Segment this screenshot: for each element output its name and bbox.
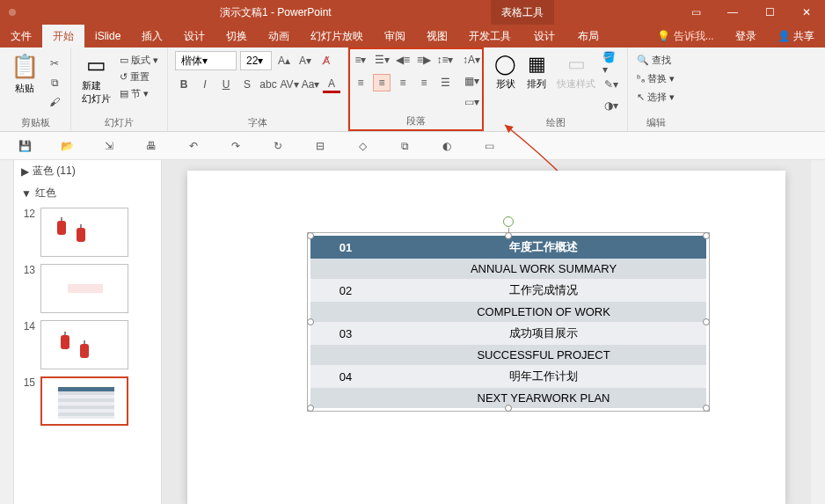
tab-islide[interactable]: iSlide — [84, 25, 131, 47]
group-label: 剪贴板 — [7, 114, 63, 129]
layout-button[interactable]: ▭ 版式 ▾ — [118, 53, 160, 68]
shape-fill-icon[interactable]: 🪣▾ — [602, 55, 620, 72]
resize-handle[interactable] — [703, 405, 710, 412]
tab-review[interactable]: 审阅 — [374, 25, 416, 47]
underline-icon[interactable]: U — [217, 76, 235, 93]
tab-table-layout[interactable]: 布局 — [567, 25, 610, 47]
smartart-icon[interactable]: ▭▾ — [463, 93, 480, 111]
shapes-button[interactable]: ◯形状 — [491, 51, 520, 92]
maximize-icon[interactable]: ☐ — [751, 0, 788, 25]
redo-icon[interactable]: ↷ — [227, 137, 245, 155]
login-button[interactable]: 登录 — [725, 25, 767, 47]
another-icon[interactable]: ⇲ — [100, 137, 118, 155]
bullets-icon[interactable]: ≡▾ — [352, 51, 369, 69]
clear-format-icon[interactable]: A̸ — [318, 52, 335, 69]
tab-design[interactable]: 设计 — [173, 25, 215, 47]
grow-font-icon[interactable]: A▴ — [275, 52, 293, 69]
tab-slideshow[interactable]: 幻灯片放映 — [300, 25, 374, 47]
resize-handle[interactable] — [307, 232, 314, 239]
new-slide-button[interactable]: ▭ 新建 幻灯片 — [78, 51, 114, 107]
paste-icon: 📋 — [11, 53, 39, 80]
align-right-icon[interactable]: ≡ — [394, 74, 412, 91]
cut-icon[interactable]: ✂ — [46, 55, 63, 72]
tab-home[interactable]: 开始 — [42, 25, 84, 47]
group-icon[interactable]: ⧉ — [396, 137, 413, 155]
share-button[interactable]: 👤 共享 — [767, 25, 825, 47]
align-center-icon[interactable]: ≡ — [373, 74, 391, 91]
thumb-13[interactable]: 13 — [14, 260, 161, 317]
ribbon-options-icon[interactable]: ▭ — [677, 0, 714, 25]
tab-transitions[interactable]: 切换 — [215, 25, 258, 47]
thumb-14[interactable]: 14 — [14, 317, 161, 373]
align-text-icon[interactable]: ▦▾ — [463, 72, 480, 90]
quick-access-toolbar: 💾 📂 ⇲ 🖶 ↶ ↷ ↻ ⊟ ◇ ⧉ ◐ ▭ — [0, 132, 825, 160]
thumb-15[interactable]: 15 — [14, 373, 161, 429]
resize-handle[interactable] — [307, 405, 314, 412]
font-name-select[interactable]: 楷体 ▾ — [175, 51, 237, 70]
case-icon[interactable]: Aa▾ — [302, 76, 319, 93]
shape-outline-icon[interactable]: ✎▾ — [602, 76, 620, 93]
line-spacing-icon[interactable]: ↕≡▾ — [436, 51, 454, 69]
tab-animations[interactable]: 动画 — [258, 25, 300, 47]
section-blue[interactable]: ▶ 蓝色 (11) — [14, 160, 161, 182]
resize-handle[interactable] — [703, 232, 710, 239]
quick-align-icon[interactable]: ◐ — [438, 137, 456, 155]
select-button[interactable]: ↖ 选择 ▾ — [635, 90, 676, 105]
tab-file[interactable]: 文件 — [0, 25, 42, 47]
justify-icon[interactable]: ≡ — [415, 74, 433, 91]
arrange-button[interactable]: ▦排列 — [523, 51, 550, 92]
format-painter-icon[interactable]: 🖌 — [46, 93, 63, 111]
thumb-12[interactable]: 12 — [14, 204, 161, 260]
indent-decrease-icon[interactable]: ◀≡ — [394, 51, 412, 69]
tab-view[interactable]: 视图 — [416, 25, 458, 47]
sync-icon[interactable]: ↻ — [269, 137, 287, 155]
more-icon[interactable]: ▭ — [480, 137, 498, 155]
rotate-handle[interactable] — [503, 216, 514, 227]
slide-thumbnails: ▶ 蓝色 (11) ▼ 红色 12 13 14 15 — [14, 160, 162, 504]
tab-table-design[interactable]: 设计 — [522, 25, 567, 47]
minimize-icon[interactable]: ― — [714, 0, 751, 25]
distribute-icon[interactable]: ☰ — [436, 74, 454, 91]
font-size-select[interactable]: 22 ▾ — [240, 51, 272, 70]
section-button[interactable]: ▤ 节 ▾ — [118, 86, 160, 101]
indent-increase-icon[interactable]: ≡▶ — [415, 51, 433, 69]
strike-icon[interactable]: S — [238, 76, 256, 93]
paste-button[interactable]: 📋 粘贴 — [7, 51, 42, 97]
spacing-icon[interactable]: AV▾ — [281, 76, 298, 93]
section-red[interactable]: ▼ 红色 — [14, 182, 161, 204]
scroll-gutter[interactable] — [0, 160, 14, 504]
table-object[interactable]: 01年度工作概述 ANNUAL WORK SUMMARY 02工作完成情况 CO… — [310, 236, 706, 408]
resize-handle[interactable] — [307, 318, 314, 325]
shape-effects-icon[interactable]: ◑▾ — [602, 97, 620, 114]
text-direction-icon[interactable]: ↕A▾ — [463, 51, 480, 69]
replace-button[interactable]: ᵇₐ 替换 ▾ — [635, 71, 676, 86]
italic-icon[interactable]: I — [196, 76, 214, 93]
scroll-gutter[interactable] — [811, 160, 825, 504]
tab-insert[interactable]: 插入 — [131, 25, 173, 47]
align-left-icon[interactable]: ≡ — [352, 74, 369, 91]
tab-developer[interactable]: 开发工具 — [458, 25, 522, 47]
font-color-icon[interactable]: A — [323, 76, 340, 93]
tell-me[interactable]: 💡 告诉我... — [646, 25, 725, 47]
close-icon[interactable]: ✕ — [788, 0, 825, 25]
find-button[interactable]: 🔍 查找 — [635, 53, 676, 68]
resize-handle[interactable] — [703, 318, 710, 325]
align-icon[interactable]: ⊟ — [311, 137, 329, 155]
copy-icon[interactable]: ⧉ — [46, 74, 63, 91]
slide-canvas[interactable]: 快速对齐 01年度工作概述 ANNUAL WORK SUMMARY 02工作完成… — [162, 160, 811, 504]
bold-icon[interactable]: B — [175, 76, 193, 93]
reset-button[interactable]: ↺ 重置 — [118, 69, 160, 84]
title-bar: 演示文稿1 - PowerPoint 表格工具 ▭ ― ☐ ✕ — [0, 0, 825, 25]
print-icon[interactable]: 🖶 — [142, 137, 160, 155]
quick-styles-button[interactable]: ▭快速样式 — [553, 51, 599, 92]
group-clipboard: 📋 粘贴 ✂ ⧉ 🖌 剪贴板 — [0, 47, 71, 131]
resize-handle[interactable] — [505, 232, 512, 239]
shrink-font-icon[interactable]: A▾ — [296, 52, 314, 69]
open-icon[interactable]: 📂 — [58, 137, 76, 155]
undo-icon[interactable]: ↶ — [185, 137, 202, 155]
shape-icon[interactable]: ◇ — [354, 137, 371, 155]
shadow-icon[interactable]: abc — [259, 76, 277, 93]
resize-handle[interactable] — [505, 405, 512, 412]
save-icon[interactable]: 💾 — [16, 137, 33, 155]
numbering-icon[interactable]: ☰▾ — [373, 51, 391, 69]
